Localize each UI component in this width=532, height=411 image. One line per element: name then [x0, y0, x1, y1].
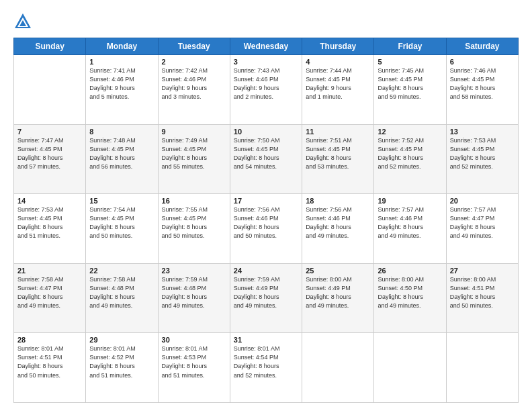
day-number: 29	[89, 336, 154, 344]
header	[13, 12, 519, 31]
day-number: 4	[306, 58, 370, 66]
calendar-cell: 31Sunrise: 8:01 AM Sunset: 4:54 PM Dayli…	[230, 333, 302, 403]
weekday-thursday: Thursday	[302, 38, 374, 55]
day-info: Sunrise: 7:44 AM Sunset: 4:45 PM Dayligh…	[306, 66, 370, 101]
day-number: 24	[234, 267, 298, 275]
calendar-cell: 16Sunrise: 7:55 AM Sunset: 4:45 PM Dayli…	[158, 194, 230, 264]
calendar-cell: 28Sunrise: 8:01 AM Sunset: 4:51 PM Dayli…	[14, 333, 86, 403]
day-info: Sunrise: 7:59 AM Sunset: 4:49 PM Dayligh…	[234, 275, 298, 310]
day-number: 25	[306, 267, 370, 275]
calendar-cell	[374, 333, 446, 403]
day-number: 20	[450, 197, 515, 205]
calendar-cell: 1Sunrise: 7:41 AM Sunset: 4:46 PM Daylig…	[86, 55, 158, 125]
day-number: 11	[306, 128, 370, 136]
day-number: 12	[378, 128, 442, 136]
calendar-cell: 9Sunrise: 7:49 AM Sunset: 4:45 PM Daylig…	[158, 124, 230, 194]
calendar-cell	[302, 333, 374, 403]
day-info: Sunrise: 8:00 AM Sunset: 4:49 PM Dayligh…	[306, 275, 370, 310]
day-number: 18	[306, 197, 370, 205]
calendar-week-3: 14Sunrise: 7:53 AM Sunset: 4:45 PM Dayli…	[14, 194, 519, 264]
calendar-week-4: 21Sunrise: 7:58 AM Sunset: 4:47 PM Dayli…	[14, 263, 519, 333]
day-info: Sunrise: 7:58 AM Sunset: 4:47 PM Dayligh…	[17, 275, 82, 310]
calendar-cell: 27Sunrise: 8:00 AM Sunset: 4:51 PM Dayli…	[446, 263, 518, 333]
calendar-cell: 6Sunrise: 7:46 AM Sunset: 4:45 PM Daylig…	[446, 55, 518, 125]
day-info: Sunrise: 7:53 AM Sunset: 4:45 PM Dayligh…	[450, 136, 515, 171]
calendar-cell: 10Sunrise: 7:50 AM Sunset: 4:45 PM Dayli…	[230, 124, 302, 194]
calendar-cell: 13Sunrise: 7:53 AM Sunset: 4:45 PM Dayli…	[446, 124, 518, 194]
calendar-cell: 22Sunrise: 7:58 AM Sunset: 4:48 PM Dayli…	[86, 263, 158, 333]
calendar-cell: 15Sunrise: 7:54 AM Sunset: 4:45 PM Dayli…	[86, 194, 158, 264]
weekday-sunday: Sunday	[14, 38, 86, 55]
logo	[13, 12, 35, 31]
day-info: Sunrise: 7:51 AM Sunset: 4:45 PM Dayligh…	[306, 136, 370, 171]
day-info: Sunrise: 7:45 AM Sunset: 4:45 PM Dayligh…	[378, 66, 442, 101]
calendar-cell: 23Sunrise: 7:59 AM Sunset: 4:48 PM Dayli…	[158, 263, 230, 333]
day-info: Sunrise: 7:54 AM Sunset: 4:45 PM Dayligh…	[89, 205, 154, 240]
calendar-cell: 17Sunrise: 7:56 AM Sunset: 4:46 PM Dayli…	[230, 194, 302, 264]
calendar-cell	[14, 55, 86, 125]
day-info: Sunrise: 7:46 AM Sunset: 4:45 PM Dayligh…	[450, 66, 515, 101]
day-number: 30	[162, 336, 226, 344]
day-info: Sunrise: 8:01 AM Sunset: 4:51 PM Dayligh…	[17, 345, 82, 379]
day-number: 10	[234, 128, 298, 136]
weekday-tuesday: Tuesday	[158, 38, 230, 55]
calendar-cell: 14Sunrise: 7:53 AM Sunset: 4:45 PM Dayli…	[14, 194, 86, 264]
day-info: Sunrise: 7:56 AM Sunset: 4:46 PM Dayligh…	[306, 205, 370, 240]
calendar-cell	[446, 333, 518, 403]
weekday-monday: Monday	[86, 38, 158, 55]
calendar-cell: 12Sunrise: 7:52 AM Sunset: 4:45 PM Dayli…	[374, 124, 446, 194]
day-number: 23	[162, 267, 226, 275]
calendar-cell: 5Sunrise: 7:45 AM Sunset: 4:45 PM Daylig…	[374, 55, 446, 125]
day-info: Sunrise: 7:41 AM Sunset: 4:46 PM Dayligh…	[89, 66, 154, 101]
day-number: 22	[89, 267, 154, 275]
day-number: 13	[450, 128, 515, 136]
day-info: Sunrise: 7:53 AM Sunset: 4:45 PM Dayligh…	[17, 205, 82, 240]
day-number: 8	[89, 128, 154, 136]
calendar-cell: 21Sunrise: 7:58 AM Sunset: 4:47 PM Dayli…	[14, 263, 86, 333]
day-number: 31	[234, 336, 298, 344]
day-info: Sunrise: 7:59 AM Sunset: 4:48 PM Dayligh…	[162, 275, 226, 310]
calendar-week-2: 7Sunrise: 7:47 AM Sunset: 4:45 PM Daylig…	[14, 124, 519, 194]
day-info: Sunrise: 8:01 AM Sunset: 4:54 PM Dayligh…	[234, 345, 298, 379]
calendar-cell: 19Sunrise: 7:57 AM Sunset: 4:46 PM Dayli…	[374, 194, 446, 264]
calendar-cell: 4Sunrise: 7:44 AM Sunset: 4:45 PM Daylig…	[302, 55, 374, 125]
day-number: 15	[89, 197, 154, 205]
day-info: Sunrise: 8:00 AM Sunset: 4:50 PM Dayligh…	[378, 275, 442, 310]
calendar-cell: 8Sunrise: 7:48 AM Sunset: 4:45 PM Daylig…	[86, 124, 158, 194]
day-info: Sunrise: 8:01 AM Sunset: 4:52 PM Dayligh…	[89, 345, 154, 379]
weekday-friday: Friday	[374, 38, 446, 55]
day-info: Sunrise: 7:57 AM Sunset: 4:47 PM Dayligh…	[450, 205, 515, 240]
calendar-week-1: 1Sunrise: 7:41 AM Sunset: 4:46 PM Daylig…	[14, 55, 519, 125]
day-number: 27	[450, 267, 515, 275]
calendar-cell: 24Sunrise: 7:59 AM Sunset: 4:49 PM Dayli…	[230, 263, 302, 333]
calendar-cell: 29Sunrise: 8:01 AM Sunset: 4:52 PM Dayli…	[86, 333, 158, 403]
day-number: 26	[378, 267, 442, 275]
weekday-wednesday: Wednesday	[230, 38, 302, 55]
day-number: 2	[162, 58, 226, 66]
day-info: Sunrise: 7:57 AM Sunset: 4:46 PM Dayligh…	[378, 205, 442, 240]
calendar-cell: 11Sunrise: 7:51 AM Sunset: 4:45 PM Dayli…	[302, 124, 374, 194]
day-number: 6	[450, 58, 515, 66]
day-number: 1	[89, 58, 154, 66]
day-info: Sunrise: 7:56 AM Sunset: 4:46 PM Dayligh…	[234, 205, 298, 240]
calendar-cell: 2Sunrise: 7:42 AM Sunset: 4:46 PM Daylig…	[158, 55, 230, 125]
page: SundayMondayTuesdayWednesdayThursdayFrid…	[0, 0, 532, 411]
day-info: Sunrise: 7:42 AM Sunset: 4:46 PM Dayligh…	[162, 66, 226, 101]
day-number: 5	[378, 58, 442, 66]
calendar-cell: 3Sunrise: 7:43 AM Sunset: 4:46 PM Daylig…	[230, 55, 302, 125]
day-info: Sunrise: 7:52 AM Sunset: 4:45 PM Dayligh…	[378, 136, 442, 171]
day-number: 21	[17, 267, 82, 275]
day-info: Sunrise: 7:49 AM Sunset: 4:45 PM Dayligh…	[162, 136, 226, 171]
weekday-header-row: SundayMondayTuesdayWednesdayThursdayFrid…	[14, 38, 519, 55]
day-info: Sunrise: 8:00 AM Sunset: 4:51 PM Dayligh…	[450, 275, 515, 310]
day-number: 17	[234, 197, 298, 205]
calendar-cell: 7Sunrise: 7:47 AM Sunset: 4:45 PM Daylig…	[14, 124, 86, 194]
logo-icon	[13, 12, 32, 31]
day-number: 19	[378, 197, 442, 205]
calendar-table: SundayMondayTuesdayWednesdayThursdayFrid…	[13, 38, 519, 403]
day-info: Sunrise: 7:50 AM Sunset: 4:45 PM Dayligh…	[234, 136, 298, 171]
day-info: Sunrise: 8:01 AM Sunset: 4:53 PM Dayligh…	[162, 345, 226, 379]
day-number: 14	[17, 197, 82, 205]
calendar-cell: 26Sunrise: 8:00 AM Sunset: 4:50 PM Dayli…	[374, 263, 446, 333]
day-number: 3	[234, 58, 298, 66]
